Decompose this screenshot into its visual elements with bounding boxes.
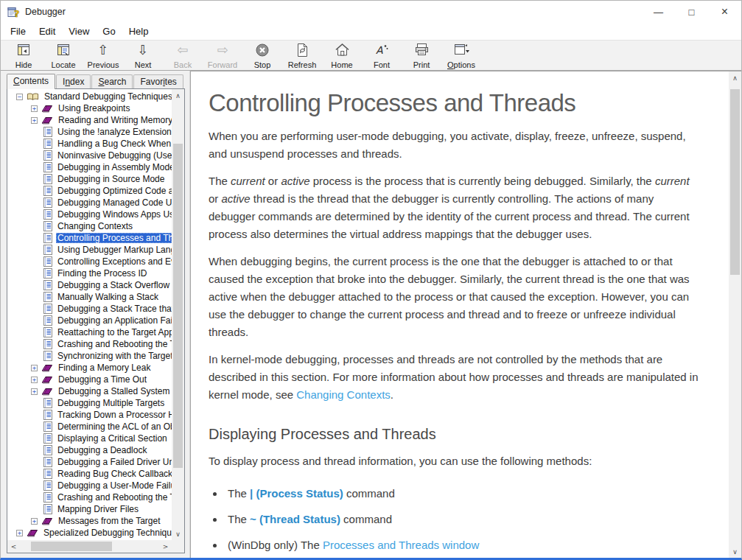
tree-item[interactable]: Using the !analyze Extension — [7, 126, 172, 138]
page-icon — [43, 351, 52, 361]
content-scroll-up-icon[interactable]: ∧ — [729, 71, 741, 84]
article: Controlling Processes and ThreadsWhen yo… — [191, 71, 729, 558]
previous-button[interactable]: ⇧Previous — [83, 41, 123, 70]
font-button[interactable]: AFont — [362, 41, 402, 70]
window-controls: —□× — [642, 1, 741, 23]
options-button[interactable]: Options — [441, 41, 481, 70]
tree-item[interactable]: Controlling Exceptions and Event — [7, 256, 172, 267]
tree-item[interactable]: Manually Walking a Stack — [7, 291, 172, 303]
title-bar[interactable]: ? Debugger —□× — [1, 1, 741, 23]
tree-item[interactable]: +Debugging a Time Out — [7, 374, 172, 385]
scroll-left-icon[interactable]: < — [7, 540, 20, 553]
tree-vscroll-thumb[interactable] — [173, 144, 183, 468]
tree-item[interactable]: Using Debugger Markup Langua — [7, 244, 172, 256]
tab-contents[interactable]: Contents — [7, 74, 55, 89]
close-button[interactable]: × — [708, 1, 741, 23]
tree-item[interactable]: Crashing and Rebooting the Targ — [7, 338, 172, 350]
tree-item[interactable]: Debugging a User-Mode Failure — [7, 480, 172, 491]
expand-icon[interactable]: + — [31, 105, 38, 112]
tree-item[interactable]: Tracking Down a Processor Hog — [7, 409, 172, 421]
tab-index[interactable]: Index — [56, 74, 91, 88]
content-vscroll-thumb[interactable] — [730, 89, 740, 275]
tree-item[interactable]: Synchronizing with the Target Co — [7, 350, 172, 362]
scroll-right-icon[interactable]: > — [159, 540, 172, 553]
content-link[interactable]: Processes and Threads window — [323, 539, 479, 551]
tree-item[interactable]: Reading Bug Check Callback Da — [7, 468, 172, 480]
tree-item-label: Messages from the Target — [57, 516, 162, 526]
tree-item[interactable]: Debugging a Failed Driver Unloa — [7, 456, 172, 468]
tree-item[interactable]: Crashing and Rebooting the Targ — [7, 491, 172, 503]
expand-icon[interactable]: + — [31, 117, 38, 124]
tree-item[interactable]: Controlling Processes and Threa — [7, 232, 172, 244]
page-icon — [43, 398, 52, 408]
refresh-button[interactable]: Refresh — [282, 41, 322, 70]
content-link[interactable]: Changing Contexts — [296, 388, 391, 401]
tree-item[interactable]: Debugging Windows Apps Using — [7, 209, 172, 220]
tree-item[interactable]: Debugging Optimized Code and — [7, 185, 172, 197]
tree-horizontal-scrollbar[interactable]: < > — [7, 540, 172, 553]
tree-item-label: Debugging Windows Apps Using — [56, 209, 172, 220]
book-icon — [41, 517, 53, 526]
tree-item-label: Debugging Multiple Targets — [56, 398, 166, 408]
tree-item[interactable]: Displaying a Critical Section — [7, 433, 172, 444]
menu-file[interactable]: File — [4, 24, 32, 39]
home-button[interactable]: Home — [322, 41, 362, 70]
tab-bar: ContentsIndexSearchFavorites — [7, 73, 185, 88]
hide-button[interactable]: Hide — [4, 41, 43, 70]
tree-item[interactable]: Determining the ACL of an Objec — [7, 421, 172, 433]
tree-item[interactable]: +Specialized Debugging Techniques — [7, 527, 172, 539]
page-icon — [43, 197, 52, 208]
expand-icon[interactable]: + — [31, 365, 38, 371]
tree-item[interactable]: Debugging in Source Mode — [7, 173, 172, 185]
tree-item[interactable]: +Debugging a Stalled System — [7, 385, 172, 397]
tree-item[interactable]: Debugging Multiple Targets — [7, 397, 172, 409]
toolbar-label: Previous — [88, 60, 119, 69]
tree-item[interactable]: −Standard Debugging Techniques — [7, 91, 172, 102]
expand-icon[interactable]: + — [31, 388, 38, 395]
expand-icon[interactable]: + — [16, 530, 23, 536]
arrow-up-icon: ⇧ — [97, 42, 108, 57]
menu-edit[interactable]: Edit — [32, 24, 62, 39]
tree-item[interactable]: +Messages from the Target — [7, 515, 172, 527]
content-link[interactable]: | (Process Status) — [250, 487, 343, 500]
locate-button[interactable]: Locate — [43, 41, 83, 70]
tree-item[interactable]: +Reading and Writing Memory — [7, 114, 172, 126]
tree-item[interactable]: Debugging in Assembly Mode — [7, 161, 172, 173]
tree-hscroll-thumb[interactable] — [31, 542, 112, 551]
tree-item[interactable]: Changing Contexts — [7, 220, 172, 232]
body-text: process is the process that is currently… — [310, 175, 655, 187]
tree-item[interactable]: +Using Breakpoints — [7, 102, 172, 114]
tree-item[interactable]: Finding the Process ID — [7, 267, 172, 279]
print-button[interactable]: Print — [402, 41, 441, 70]
menu-go[interactable]: Go — [96, 24, 122, 39]
tree-item[interactable]: Mapping Driver Files — [7, 503, 172, 515]
tree-item[interactable]: Debugging a Stack Trace that h — [7, 303, 172, 315]
menu-view[interactable]: View — [62, 24, 96, 39]
tree-item[interactable]: Debugging Managed Code Using — [7, 197, 172, 209]
tree-item-label: Crashing and Rebooting the Targ — [56, 492, 172, 503]
next-button[interactable]: ⇩Next — [123, 41, 163, 70]
minimize-button[interactable]: — — [642, 1, 675, 23]
tree-item[interactable]: Debugging an Application Failure — [7, 315, 172, 326]
expand-icon[interactable]: + — [31, 518, 38, 525]
expand-icon[interactable]: + — [31, 377, 38, 383]
scroll-up-icon[interactable]: ∧ — [172, 89, 184, 102]
menu-help[interactable]: Help — [122, 24, 155, 39]
maximize-button[interactable]: □ — [675, 1, 708, 23]
tree-item[interactable]: Handling a Bug Check When Dri — [7, 138, 172, 150]
tree-item[interactable]: Debugging a Deadlock — [7, 444, 172, 456]
content-link[interactable]: ~ (Thread Status) — [250, 513, 340, 525]
content-scroll-down-icon[interactable]: ∨ — [729, 545, 741, 558]
scroll-down-icon[interactable]: ∨ — [172, 528, 184, 540]
tree-vertical-scrollbar[interactable]: ∧ ∨ — [172, 89, 184, 540]
tab-search[interactable]: Search — [91, 74, 133, 88]
tree-item[interactable]: Reattaching to the Target Applic — [7, 326, 172, 338]
stop-button[interactable]: Stop — [242, 41, 282, 70]
tree-item[interactable]: +Finding a Memory Leak — [7, 362, 172, 374]
tree-item[interactable]: Noninvasive Debugging (User M — [7, 150, 172, 161]
collapse-icon[interactable]: − — [16, 94, 23, 100]
body-text: The — [228, 487, 250, 500]
tab-favorites[interactable]: Favorites — [133, 74, 183, 88]
tree-item[interactable]: Debugging a Stack Overflow — [7, 279, 172, 291]
content-vertical-scrollbar[interactable]: ∧ ∨ — [729, 71, 741, 558]
